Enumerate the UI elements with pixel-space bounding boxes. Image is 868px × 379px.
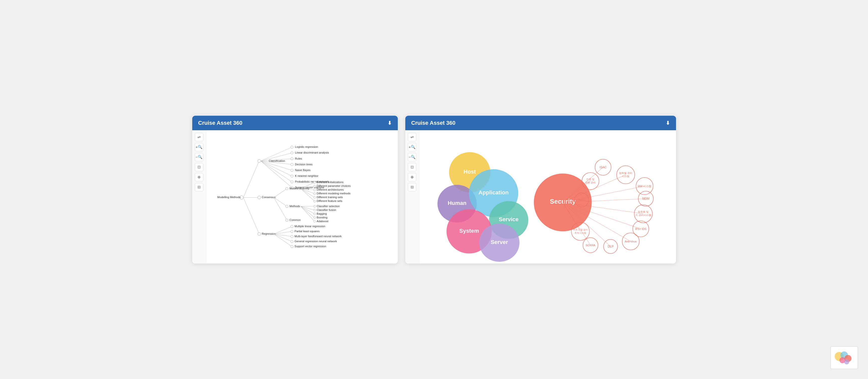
right-panel-header: Cruise Asset 360 ⬇ — [405, 116, 676, 130]
svg-text:Consensus: Consensus — [262, 196, 276, 199]
bubble-canvas: Host Human Application Service System Se… — [419, 130, 676, 263]
right-reset-btn[interactable]: ⇌ — [408, 133, 416, 141]
expand-btn[interactable]: ⊕ — [195, 173, 203, 181]
svg-text:System: System — [459, 227, 479, 234]
svg-text:Regression: Regression — [262, 232, 276, 235]
right-zoom-in-btn[interactable]: +🔍 — [408, 143, 416, 151]
svg-point-87 — [290, 240, 293, 243]
svg-line-50 — [301, 189, 314, 201]
svg-point-69 — [314, 220, 316, 222]
svg-point-51 — [314, 200, 316, 202]
svg-text:Linear discriminant analysis: Linear discriminant analysis — [295, 151, 329, 154]
thumbnail-corner — [830, 346, 858, 369]
fit-btn[interactable]: ⊡ — [195, 163, 203, 171]
svg-text:법화벌 관리: 법화벌 관리 — [619, 171, 632, 174]
zoom-in-btn[interactable]: +🔍 — [195, 143, 203, 151]
svg-text:Rules: Rules — [295, 157, 302, 160]
svg-text:프로그 및 감사: 프로그 및 감사 — [573, 228, 588, 231]
svg-text:Classifier selection: Classifier selection — [316, 204, 340, 208]
collapse-btn[interactable]: ⊟ — [195, 183, 203, 191]
svg-point-6 — [290, 146, 293, 148]
right-toolbar: ⇌ +🔍 −🔍 ⊡ ⊕ ⊟ — [405, 130, 419, 263]
svg-text:Different initializations: Different initializations — [316, 181, 344, 184]
svg-point-150 — [844, 359, 849, 365]
zoom-out-btn[interactable]: −🔍 — [195, 153, 203, 161]
svg-text:Service: Service — [499, 216, 519, 222]
reset-btn[interactable]: ⇌ — [195, 133, 203, 141]
svg-text:추적 시스템: 추적 시스템 — [574, 231, 586, 234]
svg-text:Decision trees: Decision trees — [295, 163, 312, 165]
right-fit-btn[interactable]: ⊡ — [408, 163, 416, 171]
svg-point-18 — [290, 169, 293, 171]
right-expand-btn[interactable]: ⊕ — [408, 173, 416, 181]
svg-line-62 — [301, 206, 314, 214]
svg-text:SOXRA: SOXRA — [586, 244, 595, 247]
svg-text:Methods: Methods — [289, 204, 300, 208]
svg-line-2 — [243, 161, 259, 197]
left-panel-body: ⇌ +🔍 −🔍 ⊡ ⊕ ⊟ Modelling Methods Classifi… — [192, 130, 398, 263]
svg-point-45 — [314, 193, 316, 195]
svg-text:Adaboost: Adaboost — [316, 219, 328, 222]
left-download-icon[interactable]: ⬇ — [388, 120, 392, 126]
svg-text:인증 및: 인증 및 — [586, 178, 594, 180]
right-panel-title: Cruise Asset 360 — [411, 120, 456, 126]
bubble-svg: Host Human Application Service System Se… — [419, 130, 676, 263]
svg-text:NAC: NAC — [578, 198, 585, 202]
tree-canvas: Modelling Methods Classification Logisti… — [206, 130, 398, 263]
svg-text:Security: Security — [550, 198, 576, 205]
svg-text:Modelling Methods: Modelling Methods — [217, 196, 241, 199]
svg-text:Support vector regression: Support vector regression — [294, 245, 326, 248]
tree-svg: Modelling Methods Classification Logisti… — [206, 130, 398, 263]
svg-text:K nearest neighbor: K nearest neighbor — [295, 174, 318, 177]
svg-point-9 — [290, 152, 293, 154]
svg-text:Server: Server — [491, 239, 508, 245]
svg-text:시스템: 시스템 — [622, 175, 629, 177]
svg-point-48 — [314, 196, 316, 198]
left-toolbar: ⇌ +🔍 −🔍 ⊡ ⊕ ⊟ — [192, 130, 206, 263]
right-panel: Cruise Asset 360 ⬇ ⇌ +🔍 −🔍 ⊡ ⊕ ⊟ Host Hu… — [405, 116, 676, 263]
svg-point-57 — [314, 205, 316, 207]
svg-line-53 — [274, 197, 287, 206]
svg-text:DLP: DLP — [608, 245, 613, 248]
svg-point-84 — [290, 235, 293, 238]
right-zoom-out-btn[interactable]: −🔍 — [408, 153, 416, 161]
svg-point-15 — [290, 163, 293, 165]
svg-text:ISAC: ISAC — [599, 165, 606, 169]
svg-point-42 — [314, 189, 316, 191]
svg-text:Logistic regression: Logistic regression — [295, 145, 318, 148]
right-download-icon[interactable]: ⬇ — [666, 120, 670, 126]
svg-text:IPS / IDS: IPS / IDS — [635, 227, 646, 230]
svg-text:IAM 시스템: IAM 시스템 — [638, 184, 651, 187]
right-collapse-btn[interactable]: ⊟ — [408, 183, 416, 191]
svg-point-75 — [258, 232, 261, 235]
svg-text:Different parameter choices: Different parameter choices — [316, 184, 351, 187]
svg-text:Common: Common — [289, 218, 301, 221]
svg-point-39 — [314, 185, 316, 187]
svg-point-90 — [290, 245, 293, 248]
svg-point-3 — [258, 159, 261, 162]
svg-text:Different architectures: Different architectures — [316, 188, 344, 191]
svg-point-63 — [314, 213, 316, 215]
svg-point-66 — [314, 216, 316, 218]
svg-point-78 — [290, 225, 293, 227]
svg-text:SEIM: SEIM — [642, 197, 649, 200]
svg-text:Different training sets: Different training sets — [316, 196, 343, 199]
svg-text:Host: Host — [463, 168, 476, 175]
svg-line-68 — [301, 206, 314, 221]
svg-point-30 — [258, 196, 261, 199]
svg-point-33 — [285, 187, 288, 190]
svg-text:Partial least squares: Partial least squares — [294, 230, 319, 233]
svg-line-32 — [274, 189, 287, 197]
svg-text:Human: Human — [448, 200, 466, 206]
svg-text:암호화 및: 암호화 및 — [638, 211, 649, 213]
svg-text:Different feature sets: Different feature sets — [316, 199, 342, 202]
svg-point-24 — [290, 181, 293, 183]
svg-point-54 — [285, 205, 288, 208]
svg-text:Classifier fusion: Classifier fusion — [316, 208, 336, 211]
svg-text:Boosting: Boosting — [316, 216, 327, 219]
svg-text:Multi-layer feedforward neural: Multi-layer feedforward neural network — [294, 235, 341, 238]
svg-line-74 — [243, 197, 259, 234]
svg-text:Application: Application — [478, 189, 508, 195]
svg-text:Different modeling methods: Different modeling methods — [316, 192, 350, 195]
left-panel-title: Cruise Asset 360 — [198, 120, 243, 126]
